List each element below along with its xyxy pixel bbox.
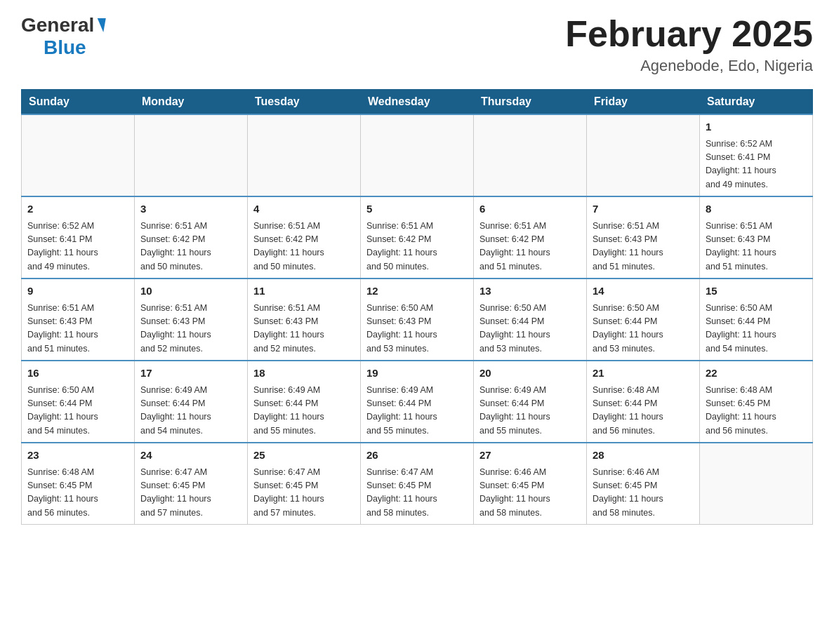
day-info: Sunrise: 6:51 AMSunset: 6:42 PMDaylight:… [479,220,581,274]
day-info: Sunrise: 6:52 AMSunset: 6:41 PMDaylight:… [706,137,807,192]
day-number: 25 [253,448,355,464]
calendar-cell [248,114,361,196]
calendar-cell: 13Sunrise: 6:50 AMSunset: 6:44 PMDayligh… [474,279,587,361]
weekday-header-thursday: Thursday [474,90,587,115]
day-info: Sunrise: 6:49 AMSunset: 6:44 PMDaylight:… [140,384,241,438]
day-number: 21 [593,365,694,382]
calendar-cell: 12Sunrise: 6:50 AMSunset: 6:43 PMDayligh… [361,279,474,361]
calendar-cell [22,114,135,196]
day-info: Sunrise: 6:51 AMSunset: 6:43 PMDaylight:… [253,302,355,356]
calendar-cell: 18Sunrise: 6:49 AMSunset: 6:44 PMDayligh… [248,361,361,443]
day-info: Sunrise: 6:46 AMSunset: 6:45 PMDaylight:… [479,466,581,521]
day-number: 28 [593,448,694,464]
week-row-3: 9Sunrise: 6:51 AMSunset: 6:43 PMDaylight… [22,279,813,361]
weekday-header-tuesday: Tuesday [248,90,361,115]
day-number: 15 [706,283,807,300]
day-number: 2 [27,201,128,217]
day-info: Sunrise: 6:46 AMSunset: 6:45 PMDaylight:… [593,466,694,521]
calendar-cell: 10Sunrise: 6:51 AMSunset: 6:43 PMDayligh… [135,279,248,361]
calendar-cell: 1Sunrise: 6:52 AMSunset: 6:41 PMDaylight… [700,114,813,196]
logo-general-text: General [21,14,94,36]
calendar-cell: 25Sunrise: 6:47 AMSunset: 6:45 PMDayligh… [248,443,361,525]
week-row-2: 2Sunrise: 6:52 AMSunset: 6:41 PMDaylight… [22,196,813,279]
day-info: Sunrise: 6:52 AMSunset: 6:41 PMDaylight:… [27,220,128,274]
calendar-cell: 20Sunrise: 6:49 AMSunset: 6:44 PMDayligh… [474,361,587,443]
day-info: Sunrise: 6:51 AMSunset: 6:43 PMDaylight:… [27,302,128,356]
calendar-cell: 6Sunrise: 6:51 AMSunset: 6:42 PMDaylight… [474,196,587,279]
week-row-4: 16Sunrise: 6:50 AMSunset: 6:44 PMDayligh… [22,361,813,443]
calendar-cell: 22Sunrise: 6:48 AMSunset: 6:45 PMDayligh… [700,361,813,443]
day-number: 12 [366,283,468,300]
weekday-header-saturday: Saturday [700,90,813,115]
day-number: 27 [479,448,581,464]
calendar-cell: 27Sunrise: 6:46 AMSunset: 6:45 PMDayligh… [474,443,587,525]
day-info: Sunrise: 6:51 AMSunset: 6:43 PMDaylight:… [593,220,694,274]
weekday-header-friday: Friday [587,90,700,115]
day-info: Sunrise: 6:47 AMSunset: 6:45 PMDaylight:… [140,466,241,521]
day-info: Sunrise: 6:49 AMSunset: 6:44 PMDaylight:… [366,384,468,438]
calendar-cell [700,443,813,525]
day-info: Sunrise: 6:49 AMSunset: 6:44 PMDaylight:… [253,384,355,438]
calendar-cell: 19Sunrise: 6:49 AMSunset: 6:44 PMDayligh… [361,361,474,443]
day-info: Sunrise: 6:50 AMSunset: 6:44 PMDaylight:… [706,302,807,356]
weekday-header-sunday: Sunday [22,90,135,115]
day-number: 4 [253,201,355,217]
day-number: 14 [593,283,694,300]
day-number: 17 [140,365,241,382]
day-number: 13 [479,283,581,300]
calendar-header-row: SundayMondayTuesdayWednesdayThursdayFrid… [22,90,813,115]
weekday-header-wednesday: Wednesday [361,90,474,115]
month-title: February 2025 [565,14,813,54]
day-info: Sunrise: 6:50 AMSunset: 6:44 PMDaylight:… [479,302,581,356]
calendar-table: SundayMondayTuesdayWednesdayThursdayFrid… [21,89,813,525]
calendar-cell [474,114,587,196]
weekday-header-monday: Monday [135,90,248,115]
day-number: 16 [27,365,128,382]
day-info: Sunrise: 6:51 AMSunset: 6:42 PMDaylight:… [253,220,355,274]
day-info: Sunrise: 6:51 AMSunset: 6:42 PMDaylight:… [366,220,468,274]
calendar-cell: 24Sunrise: 6:47 AMSunset: 6:45 PMDayligh… [135,443,248,525]
calendar-cell [135,114,248,196]
calendar-cell: 21Sunrise: 6:48 AMSunset: 6:44 PMDayligh… [587,361,700,443]
day-number: 20 [479,365,581,382]
logo: General Blue [21,14,105,59]
day-number: 1 [706,119,807,135]
day-number: 6 [479,201,581,217]
calendar-cell: 3Sunrise: 6:51 AMSunset: 6:42 PMDaylight… [135,196,248,279]
day-number: 9 [27,283,128,300]
day-info: Sunrise: 6:48 AMSunset: 6:45 PMDaylight:… [27,466,128,521]
calendar-cell: 11Sunrise: 6:51 AMSunset: 6:43 PMDayligh… [248,279,361,361]
day-number: 8 [706,201,807,217]
logo-triangle-icon [95,18,107,32]
day-info: Sunrise: 6:51 AMSunset: 6:43 PMDaylight:… [140,302,241,356]
day-number: 3 [140,201,241,217]
day-number: 7 [593,201,694,217]
calendar-cell: 14Sunrise: 6:50 AMSunset: 6:44 PMDayligh… [587,279,700,361]
calendar-cell: 4Sunrise: 6:51 AMSunset: 6:42 PMDaylight… [248,196,361,279]
calendar-cell: 5Sunrise: 6:51 AMSunset: 6:42 PMDaylight… [361,196,474,279]
page-header: General Blue February 2025 Agenebode, Ed… [21,14,813,75]
day-number: 5 [366,201,468,217]
day-info: Sunrise: 6:51 AMSunset: 6:43 PMDaylight:… [706,220,807,274]
day-info: Sunrise: 6:47 AMSunset: 6:45 PMDaylight:… [253,466,355,521]
calendar-cell: 8Sunrise: 6:51 AMSunset: 6:43 PMDaylight… [700,196,813,279]
calendar-cell: 17Sunrise: 6:49 AMSunset: 6:44 PMDayligh… [135,361,248,443]
calendar-cell: 7Sunrise: 6:51 AMSunset: 6:43 PMDaylight… [587,196,700,279]
logo-blue-text: Blue [44,36,86,58]
location-title: Agenebode, Edo, Nigeria [565,57,813,75]
day-info: Sunrise: 6:50 AMSunset: 6:43 PMDaylight:… [366,302,468,356]
calendar-cell: 26Sunrise: 6:47 AMSunset: 6:45 PMDayligh… [361,443,474,525]
calendar-cell [361,114,474,196]
day-info: Sunrise: 6:47 AMSunset: 6:45 PMDaylight:… [366,466,468,521]
day-info: Sunrise: 6:48 AMSunset: 6:45 PMDaylight:… [706,384,807,438]
day-number: 23 [27,448,128,464]
calendar-cell: 23Sunrise: 6:48 AMSunset: 6:45 PMDayligh… [22,443,135,525]
day-info: Sunrise: 6:51 AMSunset: 6:42 PMDaylight:… [140,220,241,274]
day-number: 22 [706,365,807,382]
day-number: 10 [140,283,241,300]
day-number: 26 [366,448,468,464]
week-row-5: 23Sunrise: 6:48 AMSunset: 6:45 PMDayligh… [22,443,813,525]
calendar-cell: 28Sunrise: 6:46 AMSunset: 6:45 PMDayligh… [587,443,700,525]
title-block: February 2025 Agenebode, Edo, Nigeria [565,14,813,75]
day-number: 11 [253,283,355,300]
